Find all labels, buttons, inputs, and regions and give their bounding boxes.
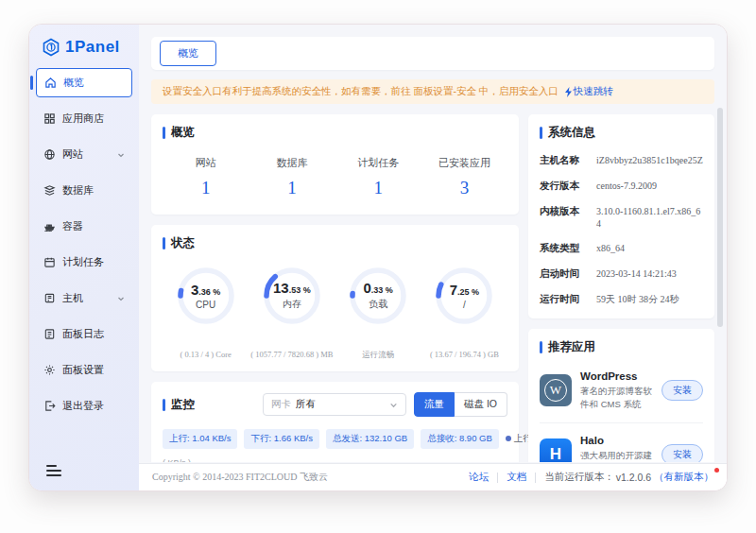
- sysinfo-kernel: 内核版本3.10.0-1160.81.1.el7.x86_64: [540, 205, 703, 230]
- sysinfo-release: 发行版本centos-7.9.2009: [540, 180, 703, 193]
- app-description: 强大易用的开源建站工具: [580, 449, 653, 462]
- load-label: 负载: [369, 298, 387, 311]
- sidebar: 1Panel 概览 应用商店 网站 数据库 容器 计划任务: [29, 25, 139, 490]
- load-percent: 0.33 %: [363, 281, 392, 295]
- app-window: 1Panel 概览 应用商店 网站 数据库 容器 计划任务: [28, 24, 728, 491]
- install-wordpress-button[interactable]: 安装: [662, 380, 703, 401]
- upload-rate-chip: 上行: 1.04 KB/s: [163, 429, 237, 449]
- system-info-card: 系统信息 主机名称iZ8vbbyz2u3851c1bqee25Z 发行版本cen…: [528, 114, 714, 318]
- chevron-down-icon: [117, 151, 125, 159]
- sysinfo-arch: 系统类型x86_64: [540, 242, 703, 255]
- sidebar-item-host[interactable]: 主机: [36, 284, 132, 313]
- cpu-percent: 3.36 %: [191, 283, 220, 297]
- cpu-label: CPU: [196, 300, 215, 310]
- status-card-title: 状态: [163, 235, 507, 251]
- disk-io-tab-button[interactable]: 磁盘 IO: [455, 392, 507, 417]
- system-info-title: 系统信息: [540, 125, 703, 141]
- app-name: Halo: [580, 435, 653, 446]
- docs-link[interactable]: 文档: [498, 471, 535, 484]
- gauge-cpu: 3.36 % CPU ( 0.13 / 4 ) Core: [163, 265, 249, 361]
- y-axis-unit: ( KB/s ): [163, 458, 507, 462]
- sysinfo-uptime: 运行时间59天 10时 38分 24秒: [540, 293, 703, 306]
- sidebar-item-label: 网站: [62, 147, 83, 162]
- monitor-card-title: 监控: [163, 397, 195, 413]
- tab-bar: 概览: [151, 37, 714, 70]
- calendar-icon: [43, 256, 56, 268]
- app-row-halo: H Halo 强大易用的开源建站工具 安装: [540, 423, 703, 462]
- stat-value-link[interactable]: 1: [163, 178, 249, 198]
- database-icon: [43, 184, 56, 197]
- sidebar-item-database[interactable]: 数据库: [36, 176, 132, 205]
- traffic-chips: 上行: 1.04 KB/s 下行: 1.66 KB/s 总发送: 132.10 …: [163, 429, 507, 449]
- monitor-card: 监控 网卡 所有 流量 磁盘 IO: [151, 382, 519, 462]
- sidebar-item-container[interactable]: 容器: [36, 212, 132, 241]
- banner-text: 设置安全入口有利于提高系统的安全性，如有需要，前往 面板设置-安全 中，启用安全…: [163, 85, 558, 98]
- sidebar-item-panel-settings[interactable]: 面板设置: [36, 355, 132, 385]
- sidebar-item-cronjob[interactable]: 计划任务: [36, 248, 132, 277]
- sidebar-item-logout[interactable]: 退出登录: [36, 391, 132, 421]
- sysinfo-boot-time: 启动时间2023-03-14 14:21:43: [540, 267, 703, 281]
- collapse-sidebar-icon[interactable]: [46, 462, 61, 479]
- memory-label: 内存: [283, 298, 301, 311]
- network-card-select[interactable]: 网卡 所有: [263, 393, 406, 416]
- new-version-link[interactable]: （有新版本）: [654, 471, 713, 484]
- sidebar-item-label: 容器: [62, 219, 83, 233]
- forum-link[interactable]: 论坛: [460, 471, 497, 484]
- download-rate-chip: 下行: 1.66 KB/s: [244, 429, 318, 449]
- gear-icon: [43, 364, 56, 376]
- chevron-down-icon: [117, 295, 125, 302]
- sidebar-item-overview[interactable]: 概览: [36, 68, 132, 97]
- sidebar-item-label: 面板设置: [62, 363, 104, 377]
- app-row-wordpress: W WordPress 著名的开源博客软件和 CMS 系统 安装: [540, 359, 703, 423]
- stat-value-link[interactable]: 3: [421, 178, 507, 198]
- copyright-text: Copyright © 2014-2023 FIT2CLOUD 飞致云: [152, 471, 328, 484]
- home-icon: [44, 77, 57, 89]
- brand-name: 1Panel: [65, 38, 120, 57]
- gauge-memory: 13.53 % 内存 ( 1057.77 / 7820.68 ) MB: [249, 265, 335, 361]
- wordpress-logo-icon: W: [540, 374, 572, 406]
- overview-card-title: 概览: [163, 125, 507, 141]
- monitor-mode-toggle: 流量 磁盘 IO: [414, 392, 507, 417]
- install-halo-button[interactable]: 安装: [662, 444, 703, 462]
- logout-icon: [43, 400, 56, 412]
- memory-percent: 13.53 %: [273, 281, 311, 295]
- overview-card: 概览 网站 1 数据库 1 计划任务: [151, 114, 519, 215]
- total-sent-chip: 总发送: 132.10 GB: [326, 429, 414, 449]
- sidebar-item-label: 退出登录: [62, 399, 104, 413]
- memory-caption: ( 1057.77 / 7820.68 ) MB: [249, 350, 335, 359]
- footer: Copyright © 2014-2023 FIT2CLOUD 飞致云 论坛 文…: [139, 463, 727, 490]
- traffic-tab-button[interactable]: 流量: [414, 392, 455, 417]
- right-column: 系统信息 主机名称iZ8vbbyz2u3851c1bqee25Z 发行版本cen…: [528, 114, 714, 462]
- stat-value-link[interactable]: 1: [249, 178, 335, 198]
- sidebar-item-label: 面板日志: [62, 327, 104, 341]
- sidebar-item-label: 数据库: [62, 183, 94, 198]
- container-ship-icon: [43, 220, 56, 232]
- gauge-load: 0.33 % 负载 运行流畅: [335, 265, 421, 361]
- halo-logo-icon: H: [540, 438, 572, 462]
- 1panel-logo-icon: [42, 38, 60, 57]
- sidebar-item-panel-logs[interactable]: 面板日志: [36, 319, 132, 349]
- overview-stats: 网站 1 数据库 1 计划任务 1: [163, 156, 507, 204]
- stat-installed-apps: 已安装应用 3: [421, 156, 507, 198]
- recommended-apps-title: 推荐应用: [540, 339, 703, 355]
- status-card: 状态 3.36 % CPU: [151, 225, 519, 371]
- sidebar-item-label: 概览: [63, 76, 84, 90]
- sidebar-item-label: 计划任务: [62, 255, 104, 269]
- sidebar-item-website[interactable]: 网站: [36, 140, 132, 169]
- load-caption: 运行流畅: [335, 350, 421, 361]
- stat-value-link[interactable]: 1: [335, 178, 421, 198]
- version-number: v1.2.0.6: [616, 472, 651, 483]
- app-name: WordPress: [580, 370, 653, 382]
- disk-percent: 7.25 %: [450, 283, 479, 297]
- quick-jump-link[interactable]: 快速跳转: [564, 85, 613, 98]
- security-warning-banner: 设置安全入口有利于提高系统的安全性，如有需要，前往 面板设置-安全 中，启用安全…: [151, 79, 714, 104]
- tab-overview[interactable]: 概览: [160, 41, 216, 66]
- disk-label: /: [463, 300, 466, 310]
- desktop-background: 1Panel 概览 应用商店 网站 数据库 容器 计划任务: [0, 0, 756, 533]
- main-area: 概览 设置安全入口有利于提高系统的安全性，如有需要，前往 面板设置-安全 中，启…: [139, 25, 727, 490]
- vertical-scrollbar[interactable]: [717, 108, 723, 327]
- chevron-down-icon: [389, 401, 398, 409]
- gauge-disk-root: 7.25 % / ( 13.67 / 196.74 ) GB: [421, 265, 507, 361]
- sidebar-item-appstore[interactable]: 应用商店: [36, 104, 132, 133]
- sidebar-item-label: 应用商店: [62, 112, 104, 126]
